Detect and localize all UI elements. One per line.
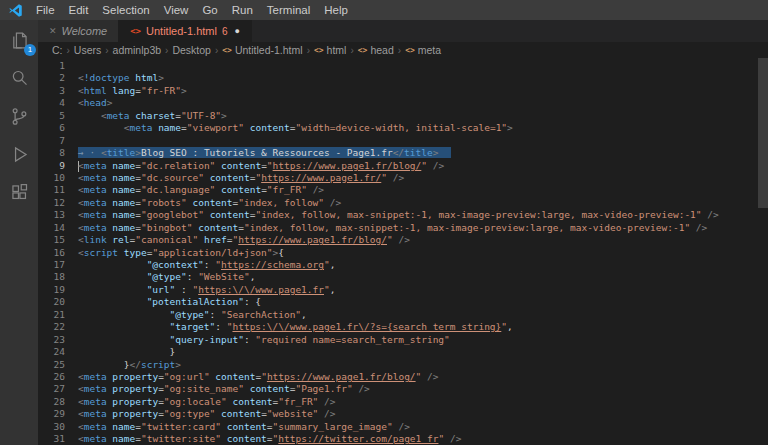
editor-scrollbar[interactable] bbox=[758, 58, 768, 445]
code-line-text: <meta property="og:type" content="websit… bbox=[78, 408, 336, 420]
line-number: 5 bbox=[38, 110, 65, 122]
code-line[interactable]: 10<meta name="dc.source" content="https:… bbox=[38, 172, 768, 184]
line-number: 11 bbox=[38, 184, 65, 196]
code-line[interactable]: 11<meta name="dc.language" content="fr_F… bbox=[38, 184, 768, 196]
code-line[interactable]: 9<meta name="dc.relation" content="https… bbox=[38, 160, 768, 172]
code-line-text: <meta name="dc.relation" content="https:… bbox=[78, 160, 444, 172]
code-line[interactable]: 17 "@context": "https://schema.org", bbox=[38, 259, 768, 271]
code-line[interactable]: 18 "@type": "WebSite", bbox=[38, 271, 768, 283]
code-line[interactable]: 13<meta name="googlebot" content="index,… bbox=[38, 209, 768, 221]
code-line[interactable]: 27<meta property="og:site_name" content=… bbox=[38, 383, 768, 395]
menu-view[interactable]: View bbox=[157, 0, 196, 20]
code-line[interactable]: 23 "query-input": "required name=search_… bbox=[38, 334, 768, 346]
tab-welcome[interactable]: ✕ Welcome bbox=[38, 20, 119, 42]
line-number: 30 bbox=[38, 421, 65, 433]
code-line[interactable]: 5 <meta charset="UTF-8"> bbox=[38, 110, 768, 122]
breadcrumb-item[interactable]: C: bbox=[52, 44, 63, 56]
breadcrumb-item[interactable]: <>head bbox=[358, 44, 394, 56]
code-line[interactable]: 26<meta property="og:url" content="https… bbox=[38, 371, 768, 383]
line-number: 1 bbox=[38, 60, 65, 72]
title-bar: FileEditSelectionViewGoRunTerminalHelp bbox=[0, 0, 768, 20]
line-number: 21 bbox=[38, 309, 65, 321]
breadcrumb-item[interactable]: <>Untitled-1.html bbox=[222, 44, 302, 56]
vscode-logo-icon bbox=[8, 3, 23, 18]
breadcrumb-separator-icon: › bbox=[307, 45, 310, 56]
code-area: 12<!doctype html>3<html lang="fr-FR">4<h… bbox=[38, 60, 768, 445]
code-line[interactable]: 1 bbox=[38, 60, 768, 72]
code-line[interactable]: 28<meta property="og:locale" content="fr… bbox=[38, 396, 768, 408]
extensions-icon bbox=[9, 182, 30, 203]
modified-dot-icon[interactable]: ● bbox=[235, 26, 240, 36]
code-line[interactable]: 30<meta name="twitter:card" content="sum… bbox=[38, 421, 768, 433]
code-line-text: <!doctype html> bbox=[78, 72, 164, 84]
breadcrumb-item[interactable]: Users bbox=[74, 44, 101, 56]
code-line[interactable]: 25 }</script> bbox=[38, 359, 768, 371]
html-file-icon: <> bbox=[130, 26, 141, 36]
menu-edit[interactable]: Edit bbox=[62, 0, 96, 20]
search-button[interactable] bbox=[5, 66, 33, 91]
source-control-button[interactable] bbox=[5, 104, 33, 129]
line-number: 17 bbox=[38, 259, 65, 271]
code-line-text: <meta name="googlebot" content="index, f… bbox=[78, 209, 719, 221]
code-line-text: "url" : "https:\/\/www.page1.fr", bbox=[78, 284, 335, 296]
code-line-text: "target": "https:\/\/www.page1.fr\/?s={s… bbox=[78, 321, 513, 333]
menu-help[interactable]: Help bbox=[317, 0, 355, 20]
code-editor[interactable]: 12<!doctype html>3<html lang="fr-FR">4<h… bbox=[38, 58, 768, 445]
code-line-text: <meta name="viewport" content="width=dev… bbox=[78, 122, 513, 134]
menu-run[interactable]: Run bbox=[225, 0, 260, 20]
breadcrumb-item[interactable]: <>html bbox=[314, 44, 346, 56]
code-line[interactable]: 2<!doctype html> bbox=[38, 72, 768, 84]
menu-terminal[interactable]: Terminal bbox=[260, 0, 317, 20]
run-debug-button[interactable] bbox=[5, 142, 33, 167]
line-number: 2 bbox=[38, 72, 65, 84]
breadcrumb-separator-icon: › bbox=[215, 45, 218, 56]
line-number: 24 bbox=[38, 346, 65, 358]
close-icon[interactable]: ✕ bbox=[49, 26, 57, 36]
code-line-text: <meta name="twitter:card" content="summa… bbox=[78, 421, 410, 433]
code-line-text: <meta property="og:locale" content="fr_F… bbox=[78, 396, 336, 408]
code-line-text: <script type="application/ld+json">{ bbox=[78, 247, 284, 259]
code-line-text: <meta name="dc.language" content="fr_FR"… bbox=[78, 184, 324, 196]
code-line[interactable]: 4<head> bbox=[38, 97, 768, 109]
code-line[interactable]: 15<link rel="canonical" href="https://ww… bbox=[38, 234, 768, 246]
breadcrumb-label: Untitled-1.html bbox=[235, 44, 303, 56]
code-line[interactable]: 21 "@type": "SearchAction", bbox=[38, 309, 768, 321]
code-line-text: "@type": "SearchAction", bbox=[78, 309, 307, 321]
menu-file[interactable]: File bbox=[29, 0, 62, 20]
code-line[interactable]: 16<script type="application/ld+json">{ bbox=[38, 247, 768, 259]
code-line[interactable]: 19 "url" : "https:\/\/www.page1.fr", bbox=[38, 284, 768, 296]
code-line[interactable]: 24 } bbox=[38, 346, 768, 358]
code-line[interactable]: 31<meta name="twitter:site" content="htt… bbox=[38, 433, 768, 445]
line-number: 31 bbox=[38, 433, 65, 445]
line-number: 28 bbox=[38, 396, 65, 408]
breadcrumb-item[interactable]: Desktop bbox=[172, 44, 211, 56]
code-line[interactable]: 20 "potentialAction": { bbox=[38, 296, 768, 308]
code-line[interactable]: 29<meta property="og:type" content="webs… bbox=[38, 408, 768, 420]
scrollbar-thumb[interactable] bbox=[758, 58, 768, 208]
breadcrumb-label: C: bbox=[52, 44, 63, 56]
search-icon bbox=[9, 68, 30, 89]
code-line[interactable]: 3<html lang="fr-FR"> bbox=[38, 85, 768, 97]
menu-selection[interactable]: Selection bbox=[95, 0, 156, 20]
line-number: 9 bbox=[38, 160, 65, 172]
code-line[interactable]: 6 <meta name="viewport" content="width=d… bbox=[38, 122, 768, 134]
code-line-text: <meta charset="UTF-8"> bbox=[78, 110, 227, 122]
code-line[interactable]: 7 bbox=[38, 135, 768, 147]
extensions-button[interactable] bbox=[5, 180, 33, 205]
breadcrumb-item[interactable]: <>meta bbox=[405, 44, 441, 56]
code-line-text: <meta name="bingbot" content="index, fol… bbox=[78, 222, 707, 234]
line-number: 22 bbox=[38, 321, 65, 333]
tab-untitled-1[interactable]: <> Untitled-1.html 6 ● bbox=[119, 20, 252, 42]
tab-label: Untitled-1.html bbox=[146, 25, 217, 37]
breadcrumb-label: head bbox=[370, 44, 393, 56]
code-line[interactable]: 14<meta name="bingbot" content="index, f… bbox=[38, 222, 768, 234]
code-line[interactable]: 12<meta name="robots" content="index, fo… bbox=[38, 197, 768, 209]
text-selection: → · <title>Blog SEO : Tutoriels & Ressou… bbox=[78, 147, 451, 158]
explorer-button[interactable]: 1 bbox=[5, 28, 33, 53]
menu-go[interactable]: Go bbox=[195, 0, 224, 20]
code-line[interactable]: 8→ · <title>Blog SEO : Tutoriels & Resso… bbox=[38, 147, 768, 159]
code-line[interactable]: 22 "target": "https:\/\/www.page1.fr\/?s… bbox=[38, 321, 768, 333]
breadcrumb-item[interactable]: adminlp3b bbox=[113, 44, 161, 56]
line-number: 15 bbox=[38, 234, 65, 246]
line-number: 18 bbox=[38, 271, 65, 283]
